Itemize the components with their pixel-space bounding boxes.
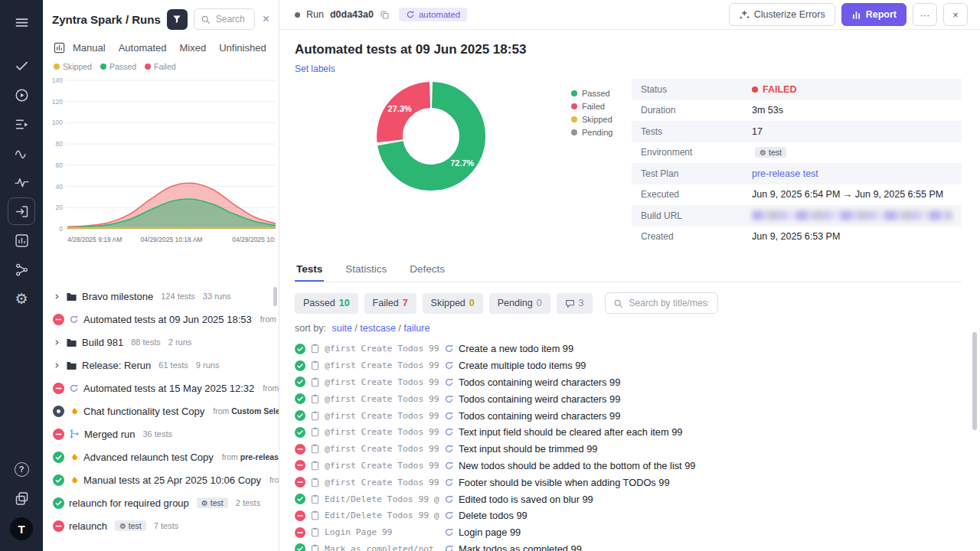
test-title[interactable]: Login page 99 (459, 527, 521, 538)
app-logo[interactable]: T (10, 517, 33, 540)
info-label: Executed (641, 189, 752, 200)
run-tree-item[interactable]: Advanced relaunch test Copy from pre-rel… (43, 445, 279, 468)
test-title[interactable]: Todos containing weird characters 99 (459, 410, 620, 422)
run-tree-item[interactable]: Manual tests at 25 Apr 2025 10:06 Copy f… (43, 468, 279, 491)
status-filter-button[interactable]: Failed 7 (364, 293, 416, 314)
test-title[interactable]: Todos containing weird characters 99 (459, 393, 620, 405)
test-row[interactable]: @first Create Todos 99… Text input shoul… (295, 441, 962, 458)
run-title[interactable]: Manual tests at 25 Apr 2025 10:06 Copy (83, 474, 261, 486)
test-title[interactable]: Create a new todo item 99 (459, 343, 573, 354)
test-title[interactable]: New todos should be added to the bottom … (459, 460, 695, 471)
hamburger-menu-icon[interactable] (8, 8, 35, 36)
test-title[interactable]: Edited todo is saved on blur 99 (459, 494, 593, 505)
run-tree-item[interactable]: Automated tests at 15 May 2025 12:32 fro… (43, 377, 279, 399)
run-title[interactable]: relaunch for required group (69, 497, 189, 509)
project-name[interactable]: Zyntra Spark (52, 13, 122, 26)
test-row[interactable]: @first Create Todos 99… New todos should… (295, 458, 962, 474)
chart-toggle-icon[interactable] (54, 42, 65, 54)
flame-icon (69, 406, 79, 416)
branch-icon[interactable] (8, 256, 35, 283)
runs-filter-tab[interactable]: Manual (73, 42, 106, 54)
analytics-icon[interactable] (8, 227, 35, 254)
test-title[interactable]: Mark todos as completed 99 (459, 543, 582, 551)
sort-option-link[interactable]: testcase (360, 323, 403, 334)
set-labels-link[interactable]: Set labels (295, 64, 335, 74)
run-tree-item[interactable]: Bravo milestone 124 tests 33 runs (43, 285, 279, 308)
run-title[interactable]: Bravo milestone (82, 291, 153, 302)
run-title[interactable]: Release: Rerun (82, 360, 151, 371)
test-title[interactable]: Footer should be visible when adding TOD… (459, 477, 670, 488)
test-row[interactable]: Edit/Delete Todos 99 @… Edited todo is s… (295, 491, 962, 507)
run-title[interactable]: Chat functionality test Copy (83, 406, 204, 417)
run-tree-item[interactable]: Build 981 88 tests 2 runs (43, 331, 279, 354)
run-list-icon[interactable] (8, 110, 35, 138)
runs-filter-tab[interactable]: Mixed (180, 42, 207, 54)
comments-filter-button[interactable]: 3 (557, 293, 593, 314)
chevron-right-icon[interactable] (53, 361, 61, 370)
pulse-icon[interactable] (8, 168, 35, 196)
test-row[interactable]: @first Create Todos 99… Todos containing… (295, 390, 962, 407)
test-row[interactable]: Login Page 99 Login page 99 (295, 524, 962, 541)
play-circle-icon[interactable] (8, 81, 35, 109)
test-row[interactable]: @first Create Todos 99… Todos containing… (295, 374, 962, 391)
wave-icon[interactable] (8, 139, 35, 167)
test-row[interactable]: @first Create Todos 99… Create a new tod… (295, 341, 962, 357)
run-detail-tab[interactable]: Statistics (344, 259, 388, 282)
run-title[interactable]: relaunch (69, 520, 107, 532)
panel-close-icon[interactable]: × (261, 12, 271, 26)
chevron-right-icon[interactable] (53, 292, 61, 301)
report-button[interactable]: Report (841, 3, 906, 26)
runs-filter-tab[interactable]: Automated (119, 42, 167, 54)
run-detail-tab[interactable]: Tests (295, 259, 324, 282)
run-title[interactable]: Automated tests at 09 Jun 2025 18:53 (83, 314, 252, 325)
run-title[interactable]: Merged run (84, 429, 135, 440)
runs-import-icon[interactable] (8, 197, 35, 225)
test-title[interactable]: Delete todos 99 (459, 510, 528, 521)
info-value: pre-release test (752, 168, 818, 179)
status-filter-button[interactable]: Pending 0 (489, 293, 550, 314)
runs-search-input[interactable] (214, 13, 248, 25)
test-title[interactable]: Text input should be trimmed 99 (459, 443, 597, 455)
test-row[interactable]: @first Create Todos 99… Text input field… (295, 424, 962, 441)
sort-option-link[interactable]: suite (332, 323, 360, 334)
test-suite: @first Create Todos 99… (325, 377, 439, 387)
test-row[interactable]: Mark as completed/not … Mark todos as co… (295, 541, 962, 551)
scrollbar-thumb[interactable] (972, 332, 977, 430)
test-title[interactable]: Text input field should be cleared after… (459, 426, 682, 438)
run-tree-item[interactable]: relaunch for required group ⚙test 2 test… (43, 491, 279, 514)
run-tree-item[interactable]: Chat functionality test Copy from Custom… (43, 399, 279, 422)
sort-option-link[interactable]: failure (403, 323, 430, 334)
run-tree-item[interactable]: Merged run 36 tests (43, 422, 279, 445)
test-plan-link[interactable]: pre-release test (752, 168, 818, 179)
runs-filter-tab[interactable]: Unfinished (219, 42, 266, 54)
help-icon[interactable]: ? (8, 455, 35, 483)
run-title[interactable]: Build 981 (82, 337, 123, 348)
run-detail-tab[interactable]: Defects (408, 259, 446, 282)
run-tree-item[interactable]: Release: Rerun 61 tests 9 runs (43, 354, 279, 377)
test-row[interactable]: Edit/Delete Todos 99 @… Delete todos 99 (295, 507, 962, 524)
run-tree-item[interactable]: Automated tests at 09 Jun 2025 18:53 fro… (43, 308, 279, 331)
run-title[interactable]: Automated tests at 15 May 2025 12:32 (83, 383, 254, 394)
chevron-right-icon[interactable] (53, 338, 61, 347)
clusterize-errors-button[interactable]: Clusterize Errors (729, 3, 835, 26)
gear-icon[interactable]: ⚙ (8, 285, 35, 312)
test-title[interactable]: Todos containing weird characters 99 (459, 377, 620, 388)
run-title[interactable]: Advanced relaunch test Copy (83, 452, 214, 463)
status-filter-button[interactable]: Passed 10 (295, 293, 358, 314)
status-filter-button[interactable]: Skipped 0 (423, 293, 483, 314)
test-row[interactable]: @first Create Todos 99… Todos containing… (295, 407, 962, 424)
copy-icon[interactable] (380, 10, 390, 20)
automated-icon (406, 10, 415, 19)
test-row[interactable]: @first Create Todos 99… Create multiple … (295, 357, 962, 374)
info-value-text: Jun 9, 2025 6:54 PM → Jun 9, 2025 6:55 P… (752, 189, 943, 200)
docs-icon[interactable] (8, 484, 35, 512)
run-tree-item[interactable]: relaunch ⚙test 7 tests (43, 514, 279, 537)
test-title[interactable]: Create multiple todo items 99 (459, 360, 586, 371)
tests-search-input[interactable] (628, 297, 710, 309)
close-button[interactable]: × (943, 3, 968, 26)
filter-button[interactable] (167, 9, 188, 30)
test-row[interactable]: @first Create Todos 99… Footer should be… (295, 474, 962, 491)
more-button[interactable]: ··· (913, 3, 937, 26)
check-icon[interactable] (8, 52, 35, 80)
scrollbar[interactable] (972, 332, 977, 545)
